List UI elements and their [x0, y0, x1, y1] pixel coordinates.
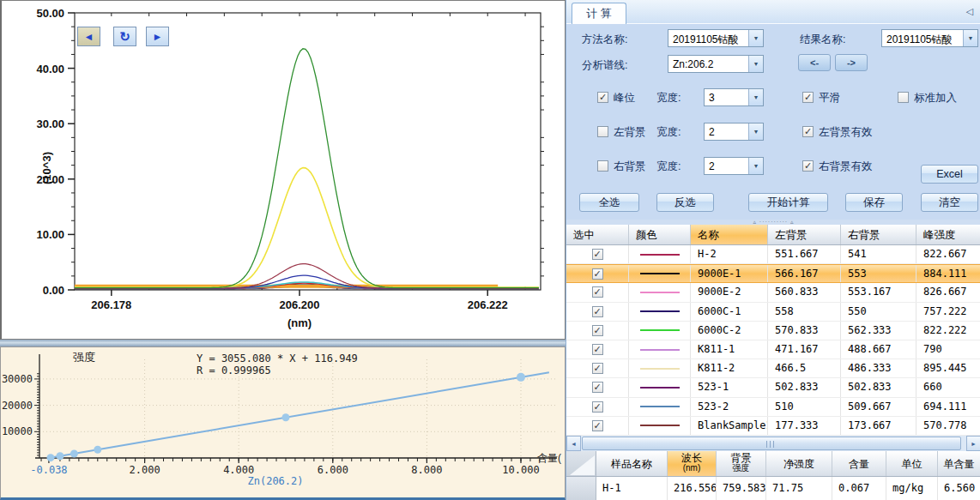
chart-divider[interactable] — [0, 340, 566, 346]
scroll-left-icon[interactable]: ◄ — [566, 436, 581, 451]
chevron-down-icon[interactable]: ▼ — [748, 123, 763, 140]
width-label-2: 宽度: — [656, 125, 681, 140]
right-bg-width-select[interactable]: 2 ▼ — [704, 157, 764, 175]
scrollbar-thumb[interactable] — [582, 437, 961, 450]
peak-checkbox[interactable]: ✓ — [597, 92, 608, 103]
left-background-checkbox[interactable] — [597, 126, 608, 137]
cal-x-tick-label: 4.000 — [223, 464, 254, 476]
row-right-bg: 562.333 — [841, 322, 916, 340]
right-background-checkbox[interactable] — [597, 160, 608, 172]
chevron-down-icon[interactable]: ▼ — [748, 30, 763, 46]
table-row[interactable]: ✓6000C-2570.833562.333822.222 — [566, 322, 980, 340]
peak-width-select[interactable]: 3 ▼ — [704, 88, 764, 106]
results-col-header[interactable]: 名称 — [691, 225, 768, 244]
curve-color-swatch — [640, 406, 680, 407]
right-bg-valid-checkbox[interactable]: ✓ — [802, 160, 814, 172]
method-name-select[interactable]: 20191105钴酸 ▼ — [668, 29, 764, 47]
row-color-cell — [629, 265, 691, 282]
calibration-point — [94, 446, 101, 454]
standard-addition-checkbox[interactable] — [898, 92, 909, 103]
table-row[interactable]: ✓K811-1471.167488.667790 — [566, 340, 980, 359]
table-row[interactable]: ✓9000E-2560.833553.167826.667 — [566, 283, 980, 302]
sample-col-header[interactable]: 波长(nm) — [668, 451, 717, 476]
row-right-bg: 509.667 — [841, 398, 916, 416]
select-all-button[interactable]: 全选 — [579, 193, 639, 212]
row-name: 523-2 — [691, 398, 768, 416]
row-checkbox[interactable]: ✓ — [592, 382, 603, 393]
sample-col-header[interactable]: 背景强度 — [717, 451, 766, 476]
sample-col-header[interactable]: 单含量 — [938, 451, 980, 476]
sample-col-header[interactable]: 含量 — [832, 451, 886, 476]
result-name-select[interactable]: 20191105钴酸 ▼ — [881, 29, 978, 47]
tab-calculate[interactable]: 计 算 — [572, 3, 626, 24]
table-row[interactable]: ✓H-2551.667541822.667 — [566, 245, 980, 264]
row-checkbox[interactable]: ✓ — [592, 344, 603, 355]
row-peak-strength: 757.222 — [916, 303, 980, 321]
horizontal-scrollbar[interactable]: ◄ ► — [566, 436, 980, 451]
row-checkbox[interactable]: ✓ — [592, 401, 603, 413]
row-left-bg: 558 — [768, 303, 841, 321]
results-table-header: 选中颜色名称左背景右背景峰强度 — [566, 225, 980, 245]
row-left-bg: 570.833 — [768, 322, 841, 340]
right-arrow-icon: ► — [153, 32, 163, 42]
spectrum-curve-yellow — [75, 168, 539, 288]
sample-unit: mg/kg — [886, 477, 938, 500]
left-bg-valid-checkbox[interactable]: ✓ — [802, 126, 814, 137]
sample-col-header[interactable]: 净强度 — [766, 451, 832, 476]
table-row[interactable]: H-1216.556759.58371.750.067mg/kg6.560 — [566, 477, 980, 500]
sample-col-header[interactable]: 单位 — [886, 451, 938, 476]
row-checkbox[interactable]: ✓ — [592, 286, 603, 298]
width-label-1: 宽度: — [656, 91, 681, 105]
excel-button[interactable]: Excel — [921, 165, 978, 184]
curve-color-swatch — [640, 310, 680, 312]
corner-triangle-icon — [570, 455, 595, 475]
collapse-panel-icon[interactable]: ◁ — [966, 6, 973, 17]
save-button[interactable]: 保存 — [845, 193, 903, 212]
refresh-button[interactable]: ↻ — [113, 27, 136, 46]
results-col-header[interactable]: 左背景 — [768, 225, 841, 244]
clear-button[interactable]: 清空 — [921, 193, 978, 212]
scroll-right-icon[interactable]: ► — [966, 436, 980, 451]
row-checkbox[interactable]: ✓ — [592, 306, 603, 317]
row-checkbox[interactable]: ✓ — [592, 249, 603, 260]
left-bg-width-select[interactable]: 2 ▼ — [704, 123, 764, 141]
cal-x-axis-title: 含量( — [537, 452, 561, 464]
sample-row-header[interactable] — [566, 477, 596, 500]
table-row[interactable]: ✓523-2510509.667694.111 — [566, 398, 980, 417]
row-checkbox[interactable]: ✓ — [592, 325, 603, 336]
table-row[interactable]: ✓BlankSample1177.333173.667570.778 — [566, 417, 980, 436]
prev-spectrum-button[interactable]: ◄ — [77, 27, 100, 46]
sample-table-corner-cell[interactable] — [566, 451, 596, 476]
results-col-header[interactable]: 颜色 — [629, 225, 691, 244]
row-left-bg: 502.833 — [768, 378, 841, 396]
smooth-checkbox[interactable]: ✓ — [802, 92, 814, 103]
start-calculation-button[interactable]: 开始计算 — [748, 193, 828, 212]
table-row[interactable]: ✓6000C-1558550757.222 — [566, 303, 980, 322]
results-col-header[interactable]: 峰强度 — [916, 225, 980, 244]
results-col-header[interactable]: 选中 — [566, 225, 629, 244]
next-line-button[interactable]: -> — [835, 54, 868, 71]
row-peak-strength: 884.111 — [916, 265, 980, 282]
x-tick-label: 206.222 — [468, 298, 508, 311]
table-row[interactable]: ✓9000E-1566.167553884.111 — [566, 264, 980, 283]
row-color-cell — [629, 245, 691, 263]
table-row[interactable]: ✓K811-2466.5486.333895.445 — [566, 359, 980, 378]
row-checkbox[interactable]: ✓ — [592, 420, 603, 431]
prev-line-button[interactable]: <- — [798, 54, 831, 71]
chevron-down-icon[interactable]: ▼ — [963, 30, 977, 46]
analysis-line-select[interactable]: Zn:206.2 ▼ — [668, 55, 764, 73]
results-col-header[interactable]: 右背景 — [841, 225, 916, 244]
chevron-down-icon[interactable]: ▼ — [748, 56, 763, 72]
row-name: 523-1 — [691, 378, 768, 396]
row-checkbox[interactable]: ✓ — [592, 363, 603, 374]
row-checkbox[interactable]: ✓ — [592, 268, 603, 280]
x-tick-label: 206.178 — [91, 298, 131, 311]
sample-col-header[interactable]: 样品名称 — [596, 451, 668, 476]
x-tick-label: 206.200 — [280, 298, 320, 311]
cal-x-tick-label: 6.000 — [318, 464, 348, 476]
chevron-down-icon[interactable]: ▼ — [748, 89, 763, 105]
invert-selection-button[interactable]: 反选 — [656, 193, 714, 212]
next-spectrum-button[interactable]: ► — [146, 27, 169, 46]
chevron-down-icon[interactable]: ▼ — [748, 158, 763, 174]
table-row[interactable]: ✓523-1502.833502.833660 — [566, 378, 980, 397]
